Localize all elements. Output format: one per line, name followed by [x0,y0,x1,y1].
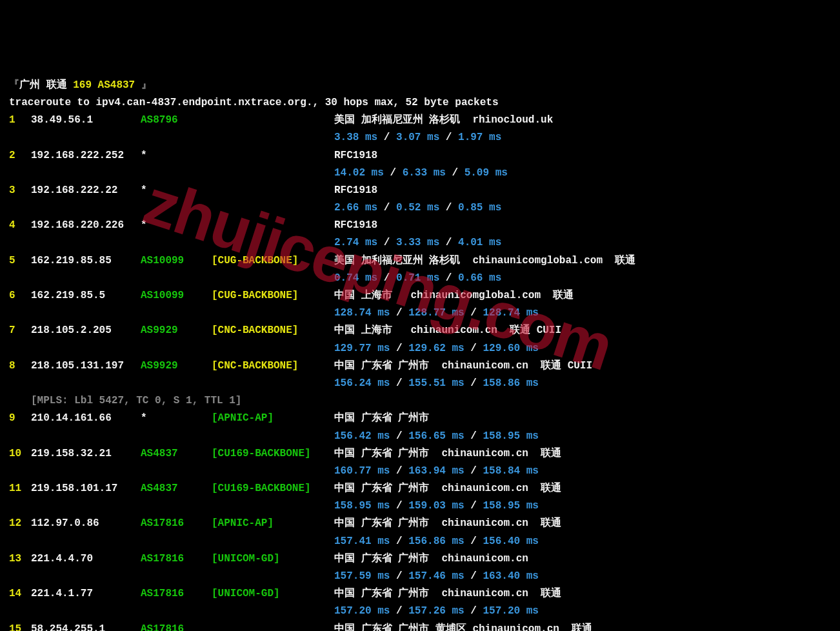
bracket-open: 『 [9,79,19,91]
hop-row: 6162.219.85.5AS10099[CUG-BACKBONE]中国 上海市… [9,287,831,305]
lat-3: 128.74 ms [483,307,538,319]
hop-location: 美国 加利福尼亚州 洛杉矶 chinaunicomglobal.com 联通 [334,252,831,270]
hop-ip: 192.168.222.22 [31,182,141,199]
hop-latency: 14.02 ms / 6.33 ms / 5.09 ms [334,165,831,182]
hop-row: 14221.4.1.77AS17816[UNICOM-GD]中国 广东省 广州市… [9,585,831,603]
hop-row: 11219.158.101.17AS4837[CU169-BACKBONE]中国… [9,480,831,497]
trace-title: 广州 联通 [19,79,73,91]
sep: / [465,536,483,547]
sep: / [439,237,458,248]
trace-asn: 169 AS4837 [73,79,141,91]
hop-asn: * [141,147,212,165]
sep: / [465,570,483,582]
hop-ip: 192.168.222.252 [31,147,141,165]
hop-location: RFC1918 [334,182,831,199]
hop-location: 中国 广东省 广州市 chinaunicom.cn 联通 [334,585,831,603]
hop-location: RFC1918 [334,217,831,234]
hop-network [212,217,334,234]
lat-3: 4.01 ms [458,237,501,248]
hop-ip: 219.158.32.21 [31,445,141,463]
hop-location: 中国 广东省 广州市 chinaunicom.cn 联通 [334,480,831,497]
hop-number: 12 [9,515,31,532]
hop-latency: 156.42 ms / 156.65 ms / 158.95 ms [334,428,831,445]
hop-network: [CNC-BACKBONE] [212,357,334,375]
hop-network: [APNIC-AP] [212,410,334,427]
hop-network: [CNC-BACKBONE] [212,322,334,339]
lat-3: 158.95 ms [483,430,538,442]
lat-2: 159.03 ms [408,500,464,512]
hop-location: 中国 广东省 广州市 chinaunicom.cn 联通 CUII [334,357,831,375]
hop-latency: 2.74 ms / 3.33 ms / 4.01 ms [334,234,831,252]
hop-latency: 157.41 ms / 156.86 ms / 156.40 ms [334,533,831,550]
lat-2: 156.86 ms [408,536,464,547]
hop-location: 中国 广东省 广州市 [334,410,831,427]
hop-row: 10219.158.32.21AS4837[CU169-BACKBONE]中国 … [9,445,831,463]
bracket-close: 』 [141,79,152,91]
hop-asn: AS10099 [141,252,212,270]
hop-row: 12112.97.0.86AS17816[APNIC-AP]中国 广东省 广州市… [9,515,831,532]
lat-3: 0.85 ms [458,202,501,214]
hop-asn: AS17816 [141,550,212,568]
sep: / [390,536,408,547]
hop-network [212,182,334,199]
hop-ip: 162.219.85.5 [31,287,141,305]
hop-row: 7218.105.2.205AS9929[CNC-BACKBONE]中国 上海市… [9,322,831,339]
hop-number: 8 [9,357,31,375]
sep: / [465,343,483,354]
hop-latency: 157.59 ms / 157.46 ms / 163.40 ms [334,568,831,585]
hop-location: 中国 上海市 chinaunicom.cn 联通 CUII [334,322,831,339]
sep: / [465,605,483,617]
lat-2: 163.94 ms [408,465,464,477]
traceroute-cmd: traceroute to ipv4.can-4837.endpoint.nxt… [9,94,831,112]
hop-ip: 221.4.4.70 [31,550,141,568]
hop-location: 中国 广东省 广州市 chinaunicom.cn 联通 [334,445,831,463]
hop-asn: * [141,410,212,427]
hop-location: 中国 广东省 广州市 黄埔区 chinaunicom.cn 联通 [334,621,831,631]
hop-latency: 0.74 ms / 0.71 ms / 0.66 ms [334,270,831,287]
hop-latency: 156.24 ms / 155.51 ms / 158.86 ms [334,375,831,392]
hop-location: 中国 上海市 chinaunicomglobal.com 联通 [334,287,831,305]
hop-asn: AS10099 [141,287,212,305]
hop-row: 5162.219.85.85AS10099[CUG-BACKBONE]美国 加利… [9,252,831,270]
hop-number: 10 [9,445,31,463]
sep: / [465,500,483,512]
hop-location: 美国 加利福尼亚州 洛杉矶 rhinocloud.uk [334,112,831,129]
lat-1: 14.02 ms [334,167,384,179]
hop-row: 8218.105.131.197AS9929[CNC-BACKBONE]中国 广… [9,357,831,375]
traceroute-output: 『广州 联通 169 AS4837 』traceroute to ipv4.ca… [9,77,831,631]
sep: / [390,377,408,389]
lat-1: 157.59 ms [334,570,390,582]
hop-latency: 160.77 ms / 163.94 ms / 158.84 ms [334,463,831,480]
hop-number: 2 [9,147,31,165]
hop-latency: 2.66 ms / 0.52 ms / 0.85 ms [334,199,831,217]
hop-number: 11 [9,480,31,497]
hop-row: 138.49.56.1AS8796美国 加利福尼亚州 洛杉矶 rhinoclou… [9,112,831,129]
hop-row: 9210.14.161.66*[APNIC-AP]中国 广东省 广州市 [9,410,831,427]
hop-number: 13 [9,550,31,568]
hop-asn: AS4837 [141,445,212,463]
sep: / [390,307,408,319]
hop-latency: 158.95 ms / 159.03 ms / 158.95 ms [334,497,831,515]
hop-ip: 218.105.131.197 [31,357,141,375]
hop-location: 中国 广东省 广州市 chinaunicom.cn 联通 [334,515,831,532]
lat-2: 0.71 ms [396,272,439,284]
hop-latency: 3.38 ms / 3.07 ms / 1.97 ms [334,129,831,146]
lat-2: 3.33 ms [396,237,439,248]
sep: / [439,202,458,214]
sep: / [384,167,403,179]
lat-1: 158.95 ms [334,500,390,512]
lat-1: 157.20 ms [334,605,390,617]
sep: / [465,465,483,477]
hop-latency: 157.20 ms / 157.26 ms / 157.20 ms [334,603,831,620]
hop-number: 6 [9,287,31,305]
hop-asn: AS4837 [141,480,212,497]
sep: / [439,272,458,284]
lat-1: 160.77 ms [334,465,390,477]
hop-network [212,147,334,165]
hop-number: 5 [9,252,31,270]
sep: / [439,132,458,143]
hop-ip: 210.14.161.66 [31,410,141,427]
hop-network: [CUG-BACKBONE] [212,287,334,305]
trace-header: 『广州 联通 169 AS4837 』 [9,77,831,94]
sep: / [465,377,483,389]
